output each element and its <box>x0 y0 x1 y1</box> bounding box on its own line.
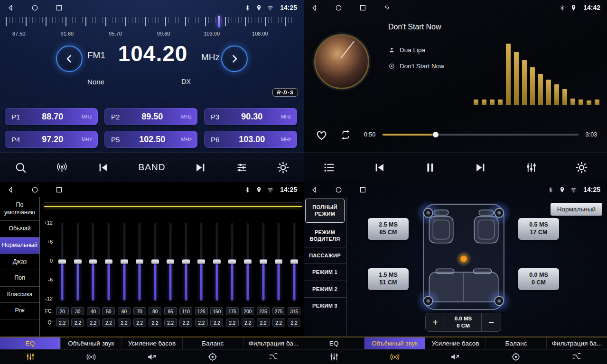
tab-eq[interactable]: EQ <box>0 337 61 349</box>
eq-fc-value[interactable]: 200 <box>242 307 254 315</box>
tab-bass[interactable]: Усиление басов <box>425 337 486 349</box>
preset-p3-button[interactable]: P390.30MHz <box>204 108 297 125</box>
eq-q-value[interactable]: 2.2 <box>195 318 208 327</box>
eq-preset-item[interactable]: Рок <box>0 303 39 319</box>
eq-preset-item[interactable]: Джаз <box>0 254 39 271</box>
eq-fc-value[interactable]: 150 <box>210 307 223 315</box>
eq-slider-handle[interactable] <box>182 260 190 264</box>
eq-preset-item[interactable]: Классика <box>0 287 39 303</box>
eq-band-slider[interactable] <box>101 222 117 301</box>
preset-p6-button[interactable]: P6103.00MHz <box>204 131 297 148</box>
delay-front-left-button[interactable]: 2.5 MS 85 CM <box>368 218 409 240</box>
back-icon[interactable] <box>7 186 15 194</box>
eq-slider-handle[interactable] <box>74 260 82 264</box>
recents-icon[interactable] <box>55 4 63 12</box>
delay-front-right-button[interactable]: 0.5 MS 17 CM <box>518 218 559 240</box>
filter-icon[interactable] <box>243 350 304 364</box>
stage-mode-item[interactable]: РЕЖИМ 1 <box>304 264 346 281</box>
eq-fc-value[interactable]: 175 <box>226 307 239 315</box>
eq-fc-value[interactable]: 275 <box>272 307 285 315</box>
eq-slider-handle[interactable] <box>290 260 298 264</box>
recents-icon[interactable] <box>359 186 367 194</box>
eq-band-slider[interactable] <box>178 222 194 301</box>
eq-fc-value[interactable]: 110 <box>179 307 192 315</box>
eq-band-slider[interactable] <box>255 222 271 301</box>
eq-band-slider[interactable] <box>224 222 240 301</box>
eq-q-value[interactable]: 2.2 <box>179 318 192 327</box>
favorite-icon[interactable] <box>315 128 328 141</box>
eq-q-value[interactable]: 2.2 <box>288 318 300 327</box>
tab-bass[interactable]: Усиление басов <box>121 337 182 349</box>
back-icon[interactable] <box>310 186 318 194</box>
stage-mode-item[interactable]: РЕЖИМ 2 <box>304 281 346 298</box>
eq-slider-handle[interactable] <box>136 260 143 264</box>
tune-down-button[interactable] <box>56 46 83 72</box>
stage-mode-item[interactable]: РЕЖИМ ВОДИТЕЛЯ <box>304 224 346 248</box>
balance-icon[interactable] <box>486 350 546 364</box>
eq-band-slider[interactable] <box>286 222 302 301</box>
eq-slider-handle[interactable] <box>105 260 112 264</box>
playlist-icon[interactable] <box>323 161 336 174</box>
home-icon[interactable] <box>335 4 343 12</box>
eq-slider-handle[interactable] <box>151 260 159 264</box>
eq-band-slider[interactable] <box>271 222 287 301</box>
eq-q-value[interactable]: 2.2 <box>257 318 270 327</box>
eq-band-slider[interactable] <box>132 222 148 301</box>
recents-icon[interactable] <box>359 4 367 12</box>
eq-fc-value[interactable]: 70 <box>133 307 146 315</box>
eq-fc-value[interactable]: 50 <box>102 307 115 315</box>
progress-knob[interactable] <box>433 132 439 137</box>
tab-balance[interactable]: Баланс <box>486 337 547 349</box>
eq-fc-value[interactable]: 20 <box>56 307 69 315</box>
eq-fc-value[interactable]: 80 <box>149 307 161 315</box>
band-button[interactable]: BAND <box>139 162 166 173</box>
broadcast-icon[interactable] <box>56 161 68 174</box>
eq-q-value[interactable]: 2.2 <box>118 318 131 327</box>
tab-filter[interactable]: Фильтрация ба... <box>547 337 607 349</box>
profile-button[interactable]: Нормальный <box>551 203 602 216</box>
tab-eq[interactable]: EQ <box>304 337 364 349</box>
eq-preset-item[interactable]: Поп <box>0 270 39 287</box>
back-icon[interactable] <box>7 4 15 12</box>
recents-icon[interactable] <box>55 186 63 194</box>
eq-preset-item[interactable]: Обычай <box>0 221 39 237</box>
equalizer-icon[interactable] <box>235 161 248 174</box>
eq-q-value[interactable]: 2.2 <box>164 318 177 327</box>
eq-slider-handle[interactable] <box>275 260 282 264</box>
eq-band-slider[interactable] <box>147 222 163 301</box>
equalizer-icon[interactable] <box>525 161 538 174</box>
surround-icon[interactable] <box>61 350 121 364</box>
settings-icon[interactable] <box>277 161 289 174</box>
eq-preset-item[interactable]: По умолчанию <box>0 197 39 221</box>
eq-preset-item[interactable]: Нормальный <box>0 237 39 254</box>
increase-delay-button[interactable]: + <box>426 313 445 331</box>
eq-fc-value[interactable]: 235 <box>257 307 270 315</box>
bass-icon[interactable] <box>121 350 182 364</box>
tab-surround[interactable]: Объёмный звук <box>364 337 425 349</box>
delay-rear-left-button[interactable]: 1.5 MS 51 CM <box>368 268 409 290</box>
settings-icon[interactable] <box>575 161 588 174</box>
eq-band-slider[interactable] <box>116 222 132 301</box>
eq-slider-handle[interactable] <box>89 260 97 264</box>
eq-q-value[interactable]: 2.2 <box>133 318 146 327</box>
eq-slider-handle[interactable] <box>197 260 205 264</box>
previous-icon[interactable] <box>97 161 110 174</box>
scan-icon[interactable] <box>14 161 27 174</box>
eq-q-value[interactable]: 2.2 <box>102 318 115 327</box>
home-icon[interactable] <box>31 4 39 12</box>
next-icon[interactable] <box>474 161 487 174</box>
frequency-scale[interactable]: 87.5091.6095.7099.80103.90108.00 <box>6 17 298 40</box>
eq-q-value[interactable]: 2.2 <box>149 318 161 327</box>
preset-p1-button[interactable]: P188.70MHz <box>5 108 98 125</box>
eq-fc-value[interactable]: 60 <box>118 307 131 315</box>
preset-p5-button[interactable]: P5102.50MHz <box>104 131 197 148</box>
home-icon[interactable] <box>31 186 39 194</box>
eq-band-slider[interactable] <box>55 222 70 301</box>
eq-q-value[interactable]: 2.2 <box>87 318 100 327</box>
eq-q-value[interactable]: 2.2 <box>272 318 285 327</box>
progress-bar[interactable] <box>383 134 579 136</box>
eq-q-value[interactable]: 2.2 <box>242 318 254 327</box>
eq-band-slider[interactable] <box>240 222 256 301</box>
eq-slider-handle[interactable] <box>260 260 267 264</box>
decrease-delay-button[interactable]: − <box>481 313 501 331</box>
